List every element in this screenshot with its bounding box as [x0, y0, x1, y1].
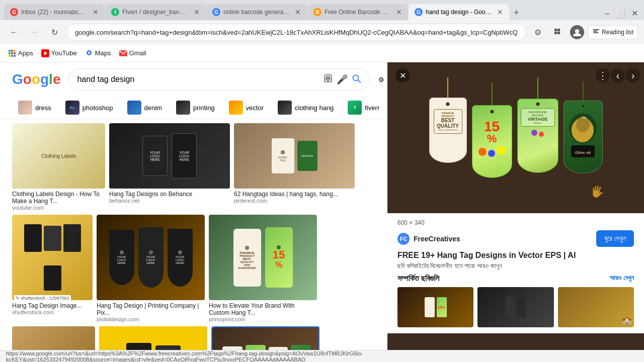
related-image-3[interactable]: 🏫	[558, 287, 634, 327]
hang-tag-2: 15 %	[472, 82, 512, 178]
svg-rect-16	[14, 55, 16, 57]
side-panel: ✕ ⋮ ‹ › PREMIUM PRODUCT BESTQUALITY 100%…	[387, 62, 644, 362]
image-item-6[interactable]: PREMIUMPRODUCTBESTQUALITY100% GUARANTEED…	[209, 215, 317, 322]
related-image-1[interactable]: 15%	[397, 287, 473, 327]
filter-chip-fiverr[interactable]: f fiverr	[342, 99, 385, 117]
tab-barcode2[interactable]: B Free Online Barcode Genera... ✕	[307, 4, 408, 20]
bookmark-youtube-label: YouTube	[51, 49, 77, 57]
bookmarks-bar: Apps YouTube Maps Gmail	[0, 44, 644, 62]
filter-chip-dress[interactable]: dress	[12, 99, 57, 117]
svg-point-20	[88, 52, 90, 54]
tab-close-gmail[interactable]: ✕	[93, 8, 99, 16]
filter-chip-photoshop[interactable]: Ps photoshop	[59, 99, 119, 117]
svg-rect-2	[554, 32, 557, 34]
search-input[interactable]	[77, 75, 317, 84]
browser-chrome: G Inbox (22) - munnabcse2013... ✕ f Five…	[0, 0, 644, 62]
image-caption-2: Hang Tag Designs on Behance	[109, 191, 230, 198]
tab-label-hangtag: hand tag design - Google S...	[426, 9, 492, 16]
svg-rect-1	[557, 29, 560, 31]
svg-point-23	[327, 77, 329, 79]
tab-gmail[interactable]: G Inbox (22) - munnabcse2013... ✕	[4, 4, 105, 20]
filter-bar: dress Ps photoshop denim printing	[0, 97, 387, 119]
tab-close-fiverr[interactable]: ✕	[194, 8, 200, 16]
voice-search-button[interactable]: 🎤	[337, 74, 348, 85]
image-caption-5: Hang Tag Design | Printing Company | Pix…	[97, 302, 205, 316]
image-item-4[interactable]: ✎ shutterstock · 12997062 Hang Tag Desig…	[12, 215, 93, 322]
image-source-4: shutterstock.com	[12, 309, 93, 315]
image-source-5: pixibitdesign.com	[97, 316, 205, 322]
image-thumb-4	[12, 215, 93, 300]
filter-chip-printing[interactable]: printing	[170, 99, 221, 117]
bookmark-maps-label: Maps	[95, 49, 111, 57]
filter-chip-dress-image	[18, 101, 32, 115]
image-caption-3: 62 Hangtags Ideas | hang tags, hang...	[234, 191, 355, 198]
tab-close-barcode1[interactable]: ✕	[295, 8, 301, 16]
image-item-1[interactable]: Clothing Labels Clothing Labels Design -…	[12, 123, 105, 211]
minimize-button[interactable]: –	[603, 7, 611, 20]
image-item-5[interactable]: YOURLOGOHERE YOURLOGOHERE YOURLOGOHERE H…	[97, 215, 205, 322]
url-bar[interactable]: google.com/search?q=hand+tag+design&tbm=…	[66, 24, 526, 41]
search-button[interactable]	[352, 74, 362, 85]
bookmark-gmail[interactable]: Gmail	[119, 49, 146, 57]
page-content: Google 🎤 ⚙	[0, 62, 644, 362]
image-source-1: youtube.com	[12, 205, 105, 211]
image-item-3[interactable]: HANGTAG DESIGN 62 Hangtags Ideas | hang …	[234, 123, 355, 211]
tab-close-hangtag[interactable]: ✕	[497, 8, 503, 16]
svg-line-25	[358, 80, 361, 83]
hang-tag-4: Olive oil	[564, 81, 603, 173]
maximize-button[interactable]: ⬜	[613, 7, 627, 20]
account-avatar[interactable]	[570, 25, 584, 39]
apps-grid-button[interactable]	[550, 24, 566, 40]
tab-favicon-barcode2: B	[313, 8, 321, 16]
cursor-hand: 🖐	[589, 184, 605, 199]
filter-chip-fiverr-label: fiverr	[365, 104, 379, 112]
filter-chip-clothing-hang[interactable]: clothing hang	[272, 99, 340, 117]
tab-fiverr[interactable]: f Fiverr / designer_banner / 0... ✕	[105, 4, 206, 20]
filter-chip-denim[interactable]: denim	[121, 99, 168, 117]
bookmark-gmail-label: Gmail	[129, 49, 146, 57]
main-content: Google 🎤 ⚙	[0, 62, 387, 362]
settings-button[interactable]: ⚙	[530, 24, 546, 40]
tab-label-barcode1: online barcode generator - ...	[223, 9, 290, 16]
header-settings-button[interactable]: ⚙	[378, 76, 384, 83]
image-source-2: behance.net	[109, 198, 230, 204]
visit-button[interactable]: ঘুরে দেখুন	[596, 230, 634, 247]
bookmark-youtube[interactable]: YouTube	[41, 49, 77, 57]
bookmark-apps[interactable]: Apps	[8, 49, 33, 57]
side-panel-image-title: FREE 19+ Hang Tag Designs in Vector EPS …	[397, 251, 634, 260]
reading-list-button[interactable]: Reading list	[588, 25, 638, 39]
refresh-button[interactable]: ↻	[46, 24, 62, 40]
back-button[interactable]: ←	[6, 24, 22, 40]
image-item-2[interactable]: YOURLOGOHERE YOURLOGOHERE Hang Tag Desig…	[109, 123, 230, 211]
tab-label-barcode2: Free Online Barcode Genera...	[325, 9, 391, 16]
tab-hangtag[interactable]: G hand tag design - Google S... ✕	[409, 4, 509, 20]
tab-favicon-hangtag: G	[415, 8, 423, 16]
forward-button[interactable]: →	[26, 24, 42, 40]
tab-label-fiverr: Fiverr / designer_banner / 0...	[122, 9, 189, 16]
image-grid: Clothing Labels Clothing Labels Design -…	[0, 119, 387, 362]
close-window-button[interactable]: ✕	[629, 7, 640, 20]
image-row-1: Clothing Labels Clothing Labels Design -…	[12, 123, 375, 211]
bookmark-maps[interactable]: Maps	[85, 49, 111, 57]
filter-chip-vector[interactable]: vector	[223, 99, 270, 117]
camera-search-button[interactable]	[324, 74, 333, 85]
status-url: https://www.google.com/url?sa=i&url=http…	[6, 350, 638, 363]
new-tab-button[interactable]: +	[510, 6, 523, 20]
tab-bar: G Inbox (22) - munnabcse2013... ✕ f Five…	[0, 0, 644, 20]
filter-chip-vector-image	[229, 101, 243, 115]
related-image-2[interactable]	[477, 287, 553, 327]
filter-chip-printing-label: printing	[193, 104, 215, 112]
more-link[interactable]: আরও দেখুন	[610, 274, 634, 283]
svg-rect-13	[14, 52, 16, 54]
tab-favicon-gmail: G	[10, 8, 18, 16]
google-header-right: ⚙	[378, 71, 387, 87]
related-label-text: সম্পর্কিত ছবিগুলি	[397, 274, 439, 283]
filter-chip-clothing-hang-image	[278, 101, 292, 115]
tab-close-barcode2[interactable]: ✕	[396, 8, 402, 16]
image-caption-4: Hang Tag Design Image...	[12, 302, 93, 309]
site-favicon-letters: FC	[400, 236, 408, 242]
search-icons: 🎤	[324, 74, 362, 85]
filter-chip-denim-image	[127, 101, 141, 115]
tab-actions: – ⬜ ✕	[603, 7, 640, 20]
tab-barcode1[interactable]: G online barcode generator - ... ✕	[206, 4, 307, 20]
